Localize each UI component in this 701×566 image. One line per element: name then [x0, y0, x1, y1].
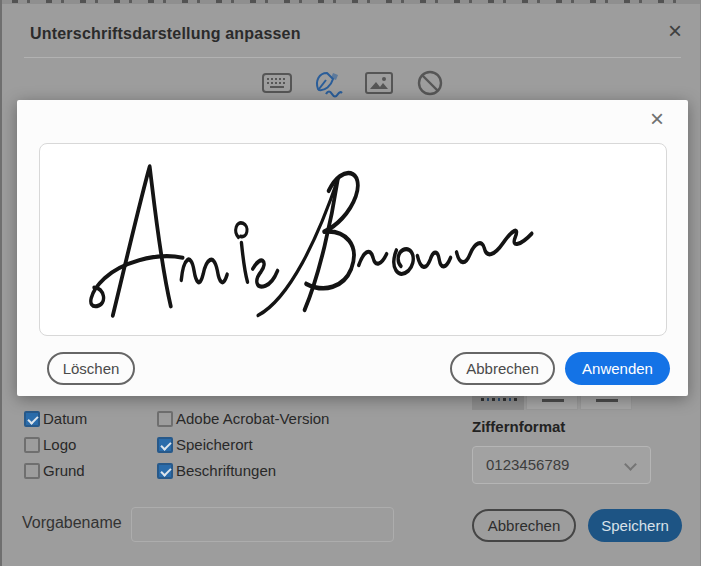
ziffernformat-label: Ziffernformat [472, 418, 565, 435]
tab-type-draw[interactable] [311, 70, 345, 100]
checkbox-label: Grund [43, 462, 85, 479]
checkbox-label: Beschriftungen [176, 462, 276, 479]
checkbox-box[interactable] [157, 411, 173, 427]
checkbox-label: Datum [43, 410, 87, 427]
dialog-save-button[interactable]: Speichern [588, 509, 682, 542]
options-column-middle: Adobe Acrobat-Version Speicherort Beschr… [157, 409, 329, 487]
modal-button-row: Löschen Abbrechen Anwenden [17, 352, 688, 385]
none-icon [416, 69, 444, 101]
ziffernformat-select[interactable]: 0123456789 [472, 446, 651, 484]
draw-signature-modal: × Löschen Abbrechen Anwenden [17, 100, 688, 396]
vorgabename-input[interactable] [131, 507, 394, 542]
options-column-left: Datum Logo Grund [24, 409, 87, 487]
tab-type-text[interactable] [260, 70, 294, 100]
keyboard-icon [261, 70, 293, 100]
direction-icon [596, 399, 618, 402]
clipped-text-fragments [12, 0, 690, 3]
ziffernformat-value: 0123456789 [486, 447, 569, 483]
direction-icon [542, 399, 564, 402]
apply-button[interactable]: Anwenden [565, 352, 670, 385]
checkbox-beschriftungen[interactable]: Beschriftungen [157, 461, 329, 480]
checkbox-box-checked[interactable] [24, 411, 40, 427]
checkbox-label: Adobe Acrobat-Version [176, 410, 329, 427]
checkbox-datum[interactable]: Datum [24, 409, 87, 428]
dialog-close-icon[interactable]: × [662, 18, 688, 44]
signature-canvas[interactable] [39, 143, 667, 336]
checkbox-label: Speicherort [176, 436, 253, 453]
image-icon [364, 70, 394, 100]
signature-drawing [40, 144, 666, 335]
checkbox-speicherort[interactable]: Speicherort [157, 435, 329, 454]
signature-type-tabbar [260, 70, 447, 100]
delete-button[interactable]: Löschen [47, 352, 135, 385]
tab-type-none[interactable] [413, 70, 447, 100]
chevron-down-icon [624, 458, 637, 471]
checkbox-box[interactable] [24, 437, 40, 453]
draw-icon [311, 68, 345, 102]
tab-type-image[interactable] [362, 70, 396, 100]
dialog-title: Unterschriftsdarstellung anpassen [30, 25, 301, 43]
checkbox-box[interactable] [24, 463, 40, 479]
checkbox-grund[interactable]: Grund [24, 461, 87, 480]
modal-close-icon[interactable]: × [644, 106, 670, 132]
dialog-cancel-button[interactable]: Abbrechen [472, 509, 576, 542]
checkbox-box-checked[interactable] [157, 437, 173, 453]
checkbox-logo[interactable]: Logo [24, 435, 87, 454]
checkbox-label: Logo [43, 436, 76, 453]
vorgabename-label: Vorgabename [22, 514, 122, 532]
checkbox-acrobat-version[interactable]: Adobe Acrobat-Version [157, 409, 329, 428]
background-app-strip [2, 0, 700, 4]
clipped-label-fragment [481, 398, 517, 401]
modal-cancel-button[interactable]: Abbrechen [450, 352, 555, 385]
title-divider [24, 57, 681, 58]
checkbox-box-checked[interactable] [157, 463, 173, 479]
